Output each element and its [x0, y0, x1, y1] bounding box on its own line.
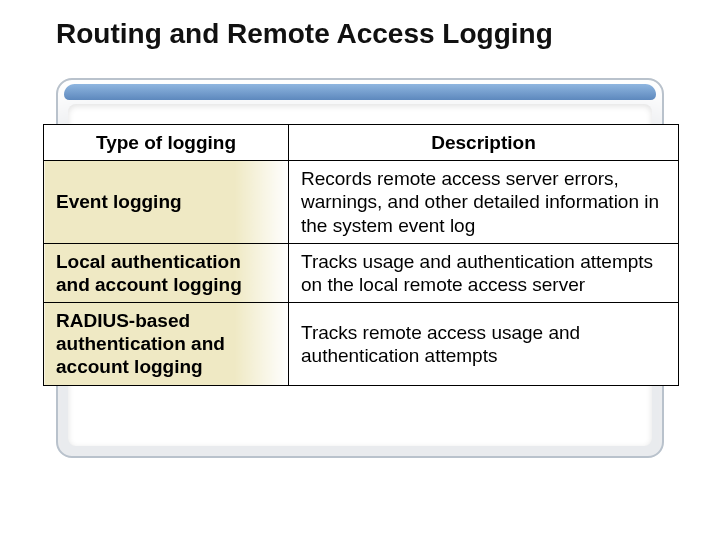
table-row: RADIUS-based authentication and account … — [44, 303, 679, 386]
cell-desc: Tracks usage and authentication attempts… — [289, 243, 679, 302]
cell-desc: Records remote access server errors, war… — [289, 161, 679, 244]
table-header-row: Type of logging Description — [44, 125, 679, 161]
cell-desc: Tracks remote access usage and authentic… — [289, 303, 679, 386]
cell-type: RADIUS-based authentication and account … — [44, 303, 289, 386]
header-desc: Description — [289, 125, 679, 161]
content-panel: Type of logging Description Event loggin… — [56, 78, 664, 458]
cell-type: Local authentication and account logging — [44, 243, 289, 302]
table-row: Event logging Records remote access serv… — [44, 161, 679, 244]
table-row: Local authentication and account logging… — [44, 243, 679, 302]
header-type: Type of logging — [44, 125, 289, 161]
logging-table: Type of logging Description Event loggin… — [43, 124, 679, 386]
slide-title: Routing and Remote Access Logging — [56, 18, 688, 50]
cell-type: Event logging — [44, 161, 289, 244]
slide: Routing and Remote Access Logging Type o… — [0, 0, 720, 540]
